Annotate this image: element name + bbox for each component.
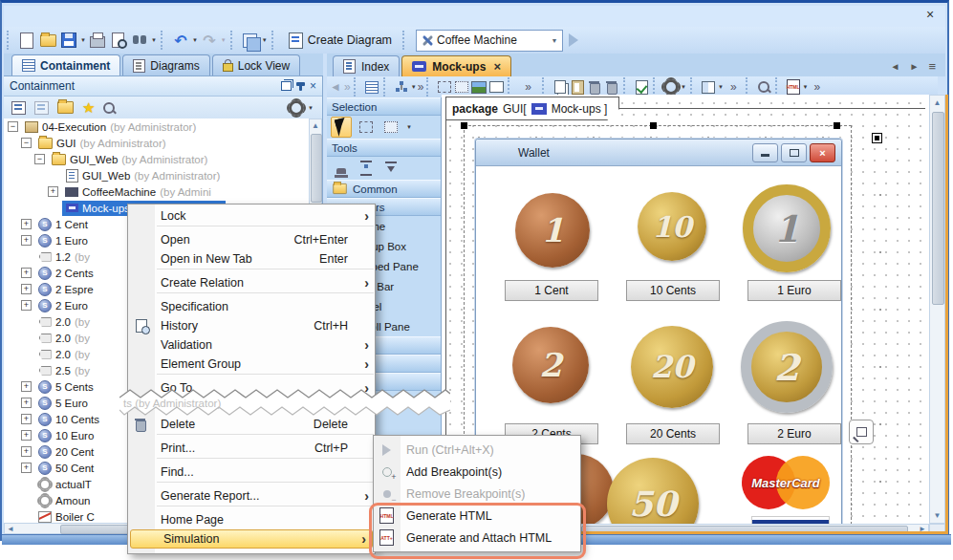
expander-icon[interactable]: − — [21, 138, 32, 148]
selection-handle[interactable] — [650, 122, 657, 129]
diagram-frame-header[interactable]: package GUI[ Mock-ups ] — [445, 97, 619, 120]
cursor-tool[interactable] — [331, 117, 352, 138]
chevron-down-icon[interactable]: ▼ — [547, 37, 562, 44]
expander-icon[interactable]: + — [21, 446, 32, 457]
save-dropdown[interactable]: ▼ — [80, 37, 86, 43]
run-perspective-button[interactable] — [563, 30, 584, 51]
tab-list-button[interactable]: ≡ — [928, 59, 936, 74]
find-button[interactable] — [129, 30, 150, 51]
float-panel-icon[interactable] — [281, 81, 292, 91]
overflow-icon[interactable]: » — [418, 80, 424, 94]
distribute-tool[interactable] — [356, 158, 377, 179]
generate-html-toolbar-button[interactable] — [785, 78, 802, 96]
selection-dropdown[interactable]: ▼ — [406, 124, 412, 130]
related-elements-button[interactable] — [393, 78, 410, 96]
palette-section-common[interactable]: Common — [327, 180, 441, 198]
expander-icon[interactable]: − — [8, 121, 18, 132]
menu-item[interactable]: Delete Delete — [128, 415, 375, 434]
diagram-options-button[interactable] — [662, 78, 680, 96]
insert-shape-button[interactable] — [487, 78, 505, 96]
mastercard-logo[interactable]: MasterCard — [733, 476, 838, 490]
options-dropdown[interactable]: ▼ — [308, 105, 314, 111]
collapse-all-button[interactable] — [11, 101, 26, 115]
redo-button[interactable]: ↷ — [199, 30, 220, 51]
open-in-new-tree-button[interactable] — [57, 101, 74, 114]
coin-button[interactable]: 2 Euro — [747, 423, 841, 444]
search-icon[interactable] — [103, 102, 115, 114]
expander-icon[interactable]: + — [21, 463, 32, 473]
delete-button[interactable] — [586, 78, 603, 96]
paste-button[interactable] — [569, 78, 586, 96]
transfer-button[interactable] — [240, 30, 261, 51]
menu-item[interactable]: Specification — [128, 297, 375, 316]
expander-icon[interactable]: + — [21, 219, 32, 229]
scroll-down-icon[interactable]: ▼ — [930, 509, 944, 523]
layout-button[interactable] — [700, 78, 717, 96]
generate-html-dropdown[interactable]: ▼ — [803, 84, 809, 90]
open-project-button[interactable] — [37, 30, 58, 51]
overflow-icon[interactable]: » — [814, 80, 821, 94]
print-preview-button[interactable] — [108, 30, 129, 51]
tab-index[interactable]: Index — [333, 55, 400, 76]
coin-button[interactable]: 10 Cents — [626, 280, 720, 301]
menu-item[interactable]: Simulation › — [130, 529, 373, 549]
menu-item[interactable]: Add Breakpoint(s) — [374, 461, 580, 483]
selection-anchor-handle[interactable] — [872, 133, 882, 143]
scroll-tabs-left-button[interactable]: ◄ — [891, 61, 900, 72]
menu-item[interactable]: Create Relation › — [128, 273, 375, 292]
marquee-tool[interactable] — [356, 117, 377, 138]
new-project-button[interactable] — [16, 30, 37, 51]
coin-10-cents[interactable]: 10 — [638, 192, 706, 261]
undo-dropdown[interactable]: ▼ — [192, 37, 198, 43]
menu-item[interactable]: History Ctrl+H — [128, 316, 375, 335]
coin-1-euro[interactable]: 1 — [743, 184, 831, 272]
menu-item[interactable]: Find... — [128, 463, 375, 482]
selection-handle[interactable] — [834, 122, 840, 129]
delete-from-model-button[interactable] — [603, 78, 620, 96]
close-panel-icon[interactable]: × — [310, 81, 316, 91]
coin-button[interactable]: 1 Cent — [505, 280, 598, 301]
validate-button[interactable] — [633, 78, 650, 96]
expander-icon[interactable]: + — [21, 235, 32, 246]
favorites-star-icon[interactable]: ★ — [82, 102, 95, 114]
menu-item[interactable]: Generate Report... › — [128, 486, 375, 506]
tree-item[interactable]: − GUI (by Administrator) — [4, 135, 308, 151]
tab-diagrams[interactable]: Diagrams — [122, 54, 209, 75]
coin-20-cents[interactable]: 20 — [631, 326, 713, 408]
palette-section-tools[interactable]: Tools — [327, 139, 441, 157]
menu-item[interactable]: Validation › — [128, 335, 375, 355]
find-dropdown[interactable]: ▼ — [151, 37, 157, 43]
minimize-button[interactable] — [752, 143, 778, 162]
pin-icon[interactable] — [299, 82, 302, 91]
create-diagram-button[interactable]: Create Diagram — [281, 31, 400, 51]
open-in-new-window-button[interactable] — [849, 420, 874, 444]
expander-icon[interactable]: + — [48, 186, 58, 197]
tab-mock-ups[interactable]: Mock-ups × — [401, 55, 511, 76]
expander-icon[interactable]: + — [21, 284, 32, 294]
tree-item[interactable]: GUI_Web (by Administrator) — [4, 167, 308, 183]
canvas-vertical-scrollbar[interactable]: ▲ ▼ — [929, 95, 945, 524]
fit-content-tool[interactable] — [380, 158, 401, 179]
coin-1-cent[interactable]: 1 — [515, 193, 590, 268]
undo-button[interactable]: ↶ — [170, 30, 191, 51]
copy-button[interactable] — [552, 78, 569, 96]
scroll-tabs-right-button[interactable]: ► — [910, 61, 920, 72]
tree-item[interactable]: + CoffeeMachine (by Admini — [4, 183, 308, 200]
gear-icon[interactable] — [289, 100, 304, 116]
tab-lock-view[interactable]: Lock View — [212, 54, 300, 75]
coin-button[interactable]: 20 Cents — [626, 423, 720, 444]
close-button[interactable]: × — [810, 143, 835, 162]
overflow-icon[interactable]: » — [344, 80, 351, 94]
selection-handle[interactable] — [461, 122, 467, 129]
menu-item[interactable]: Home Page — [128, 510, 375, 529]
save-button[interactable] — [58, 30, 79, 51]
menu-item[interactable]: Generate HTML — [374, 505, 580, 527]
menu-item[interactable]: Run (Ctrl+Alt+X) — [374, 439, 580, 461]
stamp-tool[interactable] — [331, 158, 352, 179]
expander-icon[interactable]: + — [21, 398, 32, 408]
canvas-scrollbar-thumb[interactable] — [932, 112, 944, 305]
wallet-titlebar[interactable]: Wallet × — [476, 140, 841, 166]
menu-item[interactable]: Lock › — [128, 206, 375, 226]
coin-2-euro[interactable]: 2 — [741, 321, 833, 413]
tree-item[interactable]: − GUI_Web (by Administrator) — [4, 151, 308, 167]
